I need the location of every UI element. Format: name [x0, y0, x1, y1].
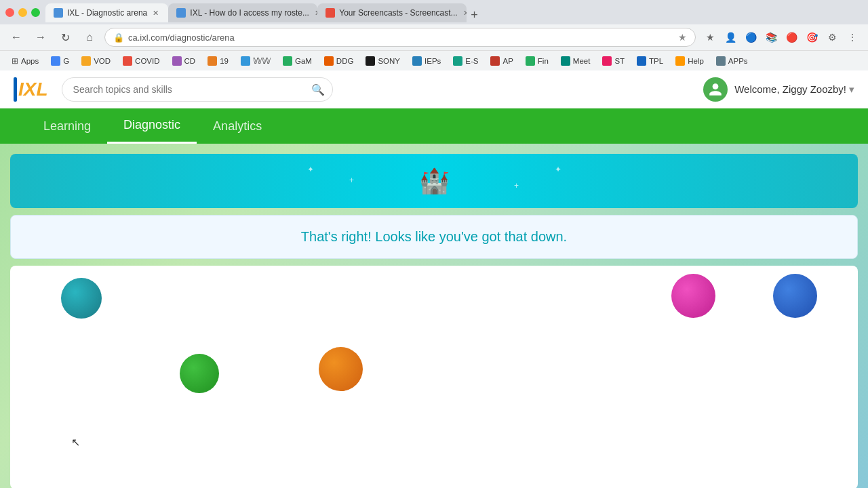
- circle-green[interactable]: [180, 354, 219, 393]
- ixl-search[interactable]: 🔍: [62, 77, 333, 102]
- forward-button[interactable]: →: [31, 28, 50, 47]
- bookmark-icon[interactable]: ★: [701, 28, 719, 46]
- bookmark-apps[interactable]: ⊞ Apps: [7, 55, 43, 67]
- help-favicon: [675, 56, 685, 66]
- bookmark-covid-label: COVID: [135, 57, 159, 65]
- bookmark-vod[interactable]: VOD: [77, 55, 115, 67]
- bookmark-es-label: E-S: [465, 57, 478, 65]
- ixl-logo: IXL: [14, 77, 48, 102]
- dropdown-caret-icon: ▾: [849, 83, 854, 96]
- address-text: ca.ixl.com/diagnostic/arena: [128, 33, 674, 43]
- circle-orange[interactable]: [319, 347, 363, 391]
- extension-2-icon[interactable]: 📚: [762, 28, 780, 46]
- st-favicon: [602, 56, 612, 66]
- sparkle-3: ✦: [555, 165, 561, 174]
- profile-icon[interactable]: 👤: [722, 28, 739, 46]
- bookmark-ww[interactable]: 𝕎𝕎: [236, 55, 275, 67]
- covid-favicon: [123, 56, 132, 66]
- bookmark-cd[interactable]: CD: [167, 55, 201, 67]
- tab-title-3: Your Screencasts - Screencast...: [339, 8, 457, 18]
- page-background: ✦ + ✦ + 🏰 That's right! Looks like you'v…: [0, 144, 868, 488]
- reload-button[interactable]: ↻: [56, 28, 75, 47]
- tab-close-3[interactable]: ✕: [462, 7, 467, 19]
- bookmark-ap[interactable]: AP: [486, 55, 517, 67]
- apps-icon: ⊞: [12, 56, 18, 66]
- extension-5-icon[interactable]: ⚙: [823, 28, 841, 46]
- bookmark-gam-label: GaM: [295, 57, 312, 65]
- extension-4-icon[interactable]: 🎯: [803, 28, 821, 46]
- bookmark-19-label: 19: [220, 57, 229, 65]
- extension-3-icon[interactable]: 🔴: [783, 28, 800, 46]
- avatar: [703, 77, 728, 102]
- welcome-label: Welcome, Ziggy Zoozby!: [734, 83, 846, 95]
- main-nav: Learning Diagnostic Analytics: [0, 108, 868, 144]
- nav-analytics[interactable]: Analytics: [197, 108, 278, 144]
- bookmark-tpl-label: TPL: [649, 57, 663, 65]
- bookmark-g[interactable]: G: [46, 55, 74, 67]
- game-area[interactable]: ↖: [10, 266, 858, 488]
- new-tab-button[interactable]: +: [467, 8, 482, 22]
- castle-icon: 🏰: [419, 167, 450, 195]
- bookmark-gam[interactable]: GaM: [278, 55, 317, 67]
- bookmark-cd-label: CD: [184, 57, 196, 65]
- bookmark-ap-label: AP: [502, 57, 513, 65]
- bookmark-es[interactable]: E-S: [448, 55, 483, 67]
- ieps-favicon: [412, 56, 422, 66]
- bookmark-meet[interactable]: Meet: [556, 55, 595, 67]
- browser-tabs: IXL - Diagnostic arena ✕ IXL - How do I …: [45, 2, 863, 22]
- bookmark-g-label: G: [63, 57, 69, 65]
- bookmark-sony-label: SONY: [378, 57, 400, 65]
- tab-2[interactable]: IXL - How do I access my roste... ✕: [168, 3, 317, 22]
- bookmark-fin-label: Fin: [538, 57, 549, 65]
- menu-icon[interactable]: ⋮: [844, 28, 861, 46]
- logo-bar: [14, 77, 17, 102]
- user-area: Welcome, Ziggy Zoozby! ▾: [703, 77, 854, 102]
- cd-favicon: [172, 56, 182, 66]
- vod-favicon: [81, 56, 91, 66]
- bookmark-apps2-label: APPs: [728, 57, 748, 65]
- bookmark-tpl[interactable]: TPL: [632, 55, 668, 67]
- nav-learning[interactable]: Learning: [27, 108, 107, 144]
- toolbar-icons: ★ 👤 🔵 📚 🔴 🎯 ⚙ ⋮: [701, 28, 861, 46]
- es-favicon: [453, 56, 462, 66]
- apps2-favicon: [716, 56, 726, 66]
- back-button[interactable]: ←: [7, 28, 26, 47]
- 19-favicon: [208, 56, 217, 66]
- bookmark-ddg[interactable]: DDG: [319, 55, 359, 67]
- bookmark-ww-label: 𝕎𝕎: [253, 56, 271, 66]
- minimize-dot[interactable]: [18, 8, 27, 17]
- search-icon: 🔍: [311, 83, 325, 96]
- circle-blue[interactable]: [773, 274, 817, 318]
- circle-teal[interactable]: [61, 278, 102, 319]
- maximize-dot[interactable]: [31, 8, 40, 17]
- bookmark-ieps[interactable]: IEPs: [408, 55, 446, 67]
- extension-1-icon[interactable]: 🔵: [742, 28, 760, 46]
- sparkle-2: +: [349, 176, 354, 185]
- address-bar[interactable]: 🔒 ca.ixl.com/diagnostic/arena ★: [104, 28, 696, 47]
- tab-close-1[interactable]: ✕: [151, 7, 160, 19]
- bookmark-fin[interactable]: Fin: [521, 55, 553, 67]
- bookmark-st[interactable]: ST: [597, 55, 629, 67]
- welcome-text[interactable]: Welcome, Ziggy Zoozby! ▾: [734, 83, 854, 96]
- bookmark-st-label: ST: [614, 57, 625, 65]
- bookmark-help[interactable]: Help: [671, 55, 709, 67]
- nav-diagnostic[interactable]: Diagnostic: [107, 108, 197, 144]
- circle-magenta[interactable]: [671, 274, 715, 318]
- tab-3[interactable]: Your Screencasts - Screencast... ✕: [317, 3, 467, 22]
- tab-favicon-3: [326, 8, 335, 18]
- bookmark-apps-label: Apps: [21, 57, 39, 65]
- bookmark-vod-label: VOD: [94, 57, 111, 65]
- browser-chrome: IXL - Diagnostic arena ✕ IXL - How do I …: [0, 0, 868, 70]
- sparkle-1: ✦: [307, 165, 314, 174]
- bookmark-covid[interactable]: COVID: [118, 55, 164, 67]
- bookmark-sony[interactable]: SONY: [361, 55, 405, 67]
- bookmark-apps2[interactable]: APPs: [711, 55, 753, 67]
- close-dot[interactable]: [5, 8, 14, 17]
- tab-1[interactable]: IXL - Diagnostic arena ✕: [45, 3, 168, 22]
- home-button[interactable]: ⌂: [80, 28, 99, 47]
- tpl-favicon: [637, 56, 646, 66]
- tab-title-1: IXL - Diagnostic arena: [67, 8, 147, 18]
- search-input[interactable]: [62, 77, 333, 102]
- bookmark-19[interactable]: 19: [203, 55, 233, 67]
- bookmark-ieps-label: IEPs: [425, 57, 441, 65]
